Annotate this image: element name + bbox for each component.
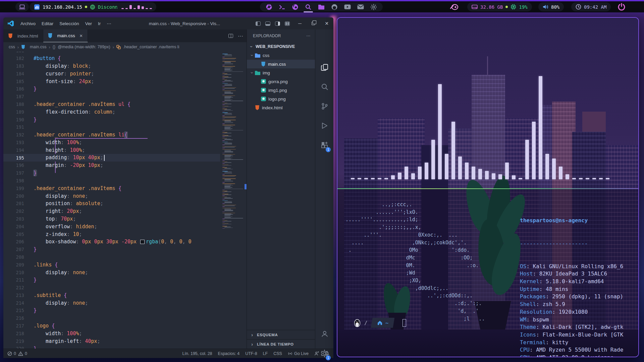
system-stats-module[interactable]: 32.86 GB 19% [467, 2, 532, 11]
tab-main-css[interactable]: main.css ✕ [43, 29, 88, 42]
code-line-197[interactable]: 197} [3, 169, 220, 177]
toggle-panel-icon[interactable] [265, 21, 270, 26]
power-button[interactable] [617, 2, 626, 11]
errors-indicator[interactable]: 0 [7, 351, 16, 356]
code-line-207[interactable]: 207} [3, 246, 220, 253]
code-line-196[interactable]: 196 margin: -20px 10px; [3, 162, 220, 169]
explorer-item-gorra.png[interactable]: gorra.png [247, 77, 315, 86]
workspace-indicator[interactable] [117, 2, 156, 11]
code-line-198[interactable]: 198 [3, 177, 220, 185]
code-line-216[interactable]: 216 [3, 314, 220, 322]
section-esquema[interactable]: › ESQUEMA [247, 330, 315, 339]
terminal-window[interactable]: ..,;:ccc,. ......''';lxO. .....''''.....… [337, 17, 639, 357]
run-debug-icon[interactable] [315, 118, 334, 133]
clock-module[interactable]: 09:42 AM [571, 2, 611, 11]
code-line-194[interactable]: 194 height: 100%; [3, 146, 220, 154]
github-icon[interactable] [331, 3, 338, 11]
section-linea-de-tiempo[interactable]: › LÍNEA DE TIEMPO [247, 339, 315, 349]
source-control-icon[interactable] [315, 99, 334, 114]
code-line-191[interactable]: 191 [3, 123, 220, 131]
menu-archivo[interactable]: Archivo [17, 21, 39, 26]
encoding[interactable]: UTF-8 [245, 351, 257, 356]
code-line-213[interactable]: 213.subtitle { [3, 292, 220, 299]
code-line-190[interactable]: 190} [3, 116, 220, 123]
language-mode[interactable]: CSS [273, 351, 282, 356]
code-line-186[interactable]: 186} [3, 85, 220, 93]
code-line-187[interactable]: 187 [3, 93, 220, 101]
explorer-view-icon[interactable] [315, 60, 334, 75]
warnings-indicator[interactable]: 0 [18, 351, 27, 356]
terminal-prompt[interactable]: / ~ [354, 318, 406, 328]
chrome-icon[interactable] [265, 3, 273, 11]
code-line-203[interactable]: 203 top: 70px; [3, 215, 220, 223]
cursor-position[interactable]: Lín. 195, col. 28 [182, 351, 212, 356]
code-line-201[interactable]: 201 position: absolute; [3, 200, 220, 207]
toggle-secondary-sidebar-icon[interactable] [275, 21, 280, 26]
close-button[interactable]: ✕ [320, 17, 333, 29]
customize-layout-icon[interactable] [285, 21, 290, 26]
settings-gear-icon[interactable]: 1 [315, 346, 334, 361]
explorer-more-icon[interactable]: ⋯ [306, 34, 310, 38]
code-line-209[interactable]: 209.links { [3, 261, 220, 268]
breadcrumb[interactable]: css › main.css › {} @media (max-width: 7… [3, 42, 247, 52]
code-line-202[interactable]: 202 right: 20px; [3, 207, 220, 215]
minimap[interactable] [222, 53, 244, 229]
code-line-204[interactable]: 204 overflow: hidden; [3, 223, 220, 230]
explorer-item-css[interactable]: ›css [247, 51, 315, 60]
files-app-icon[interactable] [318, 3, 325, 11]
settings-app-icon[interactable] [370, 3, 377, 11]
workspace-bar[interactable] [125, 8, 128, 9]
code-line-195[interactable]: 195 padding: 10px 40px; [3, 154, 220, 162]
firefox-icon[interactable] [291, 3, 299, 11]
editor-more-icon[interactable]: ⋯ [238, 33, 243, 39]
code-line-193[interactable]: 193 width: 100%; [3, 139, 220, 146]
code-line-181[interactable]: 181 [3, 52, 220, 55]
code-line-220[interactable]: 220} [3, 345, 220, 349]
menu-seleccion[interactable]: Selección [56, 21, 82, 26]
code-line-211[interactable]: 211} [3, 276, 220, 284]
explorer-item-main.css[interactable]: main.css [247, 60, 315, 68]
explorer-item-logo.png[interactable]: logo.png [247, 95, 315, 103]
code-line-183[interactable]: 183 display: block; [3, 62, 220, 70]
code-line-208[interactable]: 208 [3, 253, 220, 261]
youtube-icon[interactable] [344, 3, 351, 11]
code-line-218[interactable]: 218 width: 100%; [3, 329, 220, 337]
search-view-icon[interactable] [315, 79, 334, 95]
explorer-item-index.html[interactable]: index.html [247, 103, 315, 112]
split-editor-icon[interactable] [228, 34, 233, 38]
code-line-219[interactable]: 219 margin-left: 40px; [3, 337, 220, 345]
tab-index-html[interactable]: index.html [3, 29, 43, 42]
workspace-bar[interactable] [121, 8, 124, 9]
code-line-215[interactable]: 215} [3, 307, 220, 314]
workspace-bar[interactable] [133, 8, 136, 9]
menu-ir[interactable]: Ir [95, 21, 104, 26]
code-line-210[interactable]: 210 display: none; [3, 268, 220, 276]
eol-sequence[interactable]: LF [263, 351, 268, 356]
menu-editar[interactable]: Editar [39, 21, 56, 26]
menu-more[interactable]: ⋯ [104, 21, 114, 26]
code-line-205[interactable]: 205 z-index: 10; [3, 230, 220, 238]
restore-button[interactable] [307, 17, 320, 29]
code-line-189[interactable]: 189 flex-direction: column; [3, 108, 220, 116]
workspace-bar[interactable] [142, 6, 144, 9]
code-line-217[interactable]: 217.logo { [3, 322, 220, 330]
close-tab-icon[interactable]: ✕ [79, 34, 83, 38]
extensions-icon[interactable]: 1 [315, 137, 334, 153]
workspace-bar[interactable] [129, 5, 132, 9]
explorer-item-img1.png[interactable]: img1.png [247, 86, 315, 95]
blender-icon[interactable] [450, 3, 459, 10]
minimize-button[interactable]: ─ [293, 17, 307, 29]
code-line-199[interactable]: 199.header_container .navItems { [3, 184, 220, 192]
menu-ver[interactable]: Ver [82, 21, 95, 26]
code-editor[interactable]: 181182#button {183 display: block;184 cu… [3, 52, 247, 349]
explorer-root-folder[interactable]: › WEB_RESPONSIVE [247, 42, 315, 51]
workspace-bar[interactable] [138, 5, 140, 9]
indentation[interactable]: Espacios: 4 [218, 351, 240, 356]
vscode-titlebar[interactable]: Archivo Editar Selección Ver Ir ⋯ main.c… [3, 17, 333, 29]
workspace-bar[interactable] [146, 8, 148, 9]
launcher-button[interactable] [15, 2, 29, 11]
code-line-184[interactable]: 184 cursor: pointer; [3, 70, 220, 77]
code-line-200[interactable]: 200 display: none; [3, 192, 220, 200]
workspace-bar[interactable] [150, 8, 152, 9]
code-line-182[interactable]: 182#button { [3, 55, 220, 62]
